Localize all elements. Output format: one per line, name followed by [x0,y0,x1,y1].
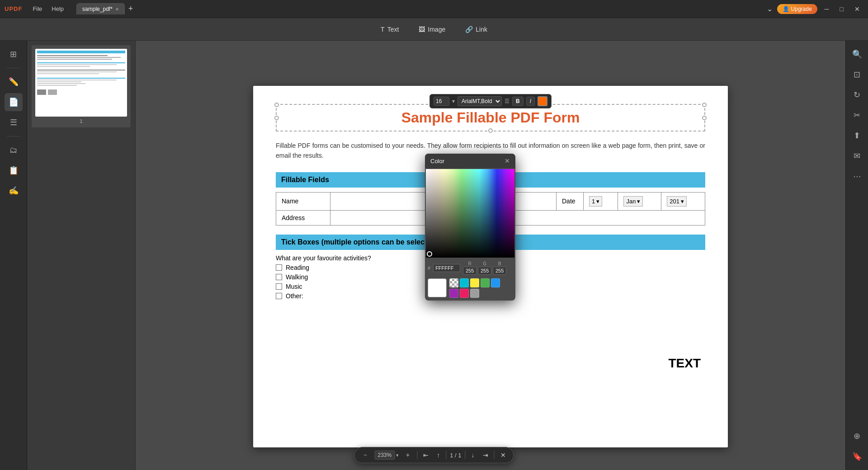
thumbnail-img-1 [35,49,127,117]
date-month-select[interactable]: Jan ▾ [623,196,643,207]
right-upload-btn[interactable]: ⬆ [848,127,866,145]
checkbox-reading-box[interactable] [276,264,282,271]
hex-input[interactable] [433,264,460,272]
sidebar-divider-1 [7,68,20,68]
minimize-button[interactable]: ─ [821,4,833,14]
sidebar-sign-btn[interactable]: ✍ [5,182,23,200]
upgrade-button[interactable]: 👤 Upgrade [777,4,817,14]
toolbar-link[interactable]: 🔗 Link [460,23,493,36]
color-dialog-close-button[interactable]: ✕ [505,157,510,164]
font-size-arrow: ▾ [452,98,455,104]
checkbox-walking-box[interactable] [276,274,282,280]
app-logo: UPDF [5,5,22,12]
sidebar-divider-2 [7,136,20,136]
zoom-dropdown-icon[interactable]: ▾ [396,452,399,458]
sidebar-thumbnail-btn[interactable]: 📄 [5,93,23,111]
swatch-purple[interactable] [449,289,458,298]
date-day-select[interactable]: 1 ▾ [589,196,602,207]
sidebar-pages-btn[interactable]: ☰ [5,113,23,132]
prev-page-button[interactable]: ↑ [434,451,442,460]
tab-bar: sample_pdf* ✕ + ⌄ [76,3,772,14]
swatch-cyan[interactable] [460,278,469,287]
sidebar-annotation-btn[interactable]: 🗂 [5,141,23,159]
color-picker-button[interactable] [538,96,547,106]
zoom-in-button[interactable]: ＋ [402,450,413,460]
tab-sample-pdf[interactable]: sample_pdf* ✕ [76,3,125,14]
close-zoom-bar-button[interactable]: ✕ [498,451,508,460]
sidebar-form-btn[interactable]: 📋 [5,161,23,179]
maximize-button[interactable]: □ [836,4,847,14]
sidebar-home-btn[interactable]: ⊞ [5,45,23,63]
color-gradient-picker[interactable] [426,169,514,258]
address-input-cell[interactable] [330,210,705,225]
swatch-blue[interactable] [491,278,500,287]
page-separator: / [455,452,458,459]
handle-ml[interactable] [274,116,279,120]
handle-mr[interactable] [702,116,707,120]
menu-help[interactable]: Help [48,4,67,14]
text-editing-toolbar: ▾ ArialMT,Bold ☰ B I [429,94,552,108]
sidebar-edit-btn[interactable]: ✏️ [5,73,23,91]
g-label: G [483,261,486,266]
divider-2 [446,451,446,459]
right-rotate-btn[interactable]: ↻ [848,86,866,104]
toolbar-image[interactable]: 🖼 Image [413,23,451,36]
swatch-current-white[interactable] [428,278,447,297]
handle-tr[interactable] [702,103,707,107]
right-layers-btn[interactable]: ⊕ [848,427,866,445]
date-day-cell[interactable]: 1 ▾ [584,192,618,210]
first-page-button[interactable]: ⇤ [421,451,431,460]
color-dialog-header: Color ✕ [425,154,515,168]
tab-title: sample_pdf* [82,6,113,12]
g-channel: G [478,261,491,275]
handle-bm[interactable] [488,128,493,133]
right-email-btn[interactable]: ✉ [848,147,866,165]
right-crop-btn[interactable]: ✂ [848,106,866,124]
g-input[interactable] [478,267,491,275]
image-toolbar-icon: 🖼 [419,26,425,33]
hex-hash: # [428,265,430,271]
italic-button[interactable]: I [526,97,535,106]
font-family-select[interactable]: ArialMT,Bold [458,96,502,106]
handle-tl[interactable] [274,103,279,107]
right-bookmark-btn[interactable]: 🔖 [848,447,866,465]
zoom-out-button[interactable]: － [360,450,371,460]
r-channel: R [463,261,476,275]
b-channel: B [493,261,506,275]
swatch-transparent[interactable] [449,278,458,287]
r-input[interactable] [463,267,476,275]
last-page-button[interactable]: ⇥ [481,451,491,460]
checkbox-walking-label: Walking [286,273,308,281]
swatch-yellow[interactable] [470,278,479,287]
close-button[interactable]: ✕ [851,4,863,14]
bold-button[interactable]: B [512,97,524,106]
swatch-pink[interactable] [460,289,469,298]
titlebar-right: 👤 Upgrade ─ □ ✕ [777,4,863,14]
tab-dropdown-icon[interactable]: ⌄ [767,5,773,13]
right-more-btn[interactable]: ⋯ [848,167,866,185]
next-page-button[interactable]: ↓ [469,451,477,460]
right-fit-btn[interactable]: ⊡ [848,66,866,84]
date-year-cell[interactable]: 201 ▾ [661,192,705,210]
page-indicator: 1 / 1 [450,452,461,459]
tab-close-icon[interactable]: ✕ [115,7,119,12]
font-size-input[interactable] [434,97,449,106]
checkbox-music-box[interactable] [276,283,282,290]
menu-file[interactable]: File [29,4,46,14]
divider-1 [417,451,417,459]
thumbnail-page-1[interactable]: 1 [32,45,131,127]
rgb-group: R G B [463,261,506,275]
swatch-green[interactable] [481,278,490,287]
toolbar-text[interactable]: T Text [375,23,404,36]
menu-bar: File Help [29,4,67,14]
tab-add-button[interactable]: + [125,4,137,14]
pdf-area[interactable]: ▾ ArialMT,Bold ☰ B I Sample Fillable PDF… [136,41,845,470]
date-year-select[interactable]: 201 ▾ [667,196,687,207]
color-dialog: Color ✕ # R G [425,154,515,301]
swatch-gray[interactable] [470,289,479,298]
checkbox-other-box[interactable] [276,293,282,299]
date-month-cell[interactable]: Jan ▾ [618,192,661,210]
b-input[interactable] [493,267,506,275]
pdf-title-text: Sample Fillable PDF Form [401,109,580,126]
right-search-btn[interactable]: 🔍 [848,45,866,63]
